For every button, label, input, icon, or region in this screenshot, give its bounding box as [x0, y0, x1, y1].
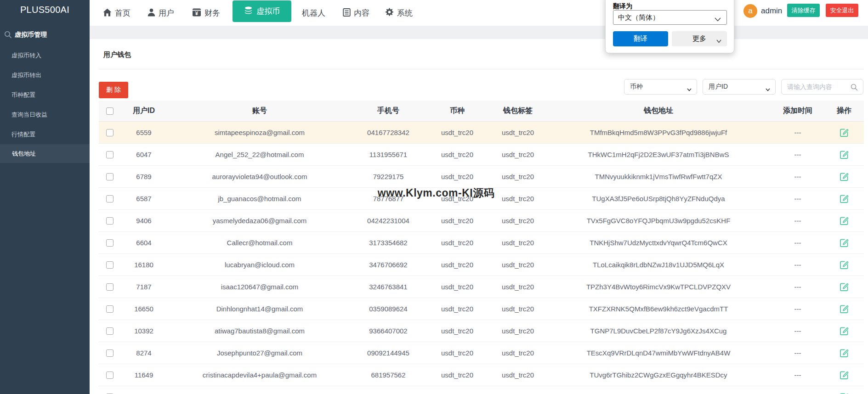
cell-wallet-label: usdt_trc20 — [490, 283, 546, 291]
user-icon — [148, 8, 155, 19]
admin-page: PLUS500AI 虚拟币管理 虚拟币转入虚拟币转出币种配置查询当日收益行情配置… — [0, 0, 868, 394]
nav-item[interactable]: 用户 — [148, 0, 174, 26]
row-checkbox[interactable] — [106, 217, 113, 225]
cell-account: Dinhlongnhat14@gmail.com — [167, 305, 352, 313]
cell-address: TVx5FgGVC8oYFQJPbqmU3w9pgdu52csKHF — [546, 217, 771, 225]
edit-icon[interactable] — [840, 393, 849, 394]
content-icon — [343, 8, 351, 19]
brand-logo: PLUS500AI — [0, 5, 90, 15]
edit-icon[interactable] — [840, 349, 849, 358]
edit-icon[interactable] — [840, 260, 849, 270]
cell-phone: 79229175 — [352, 173, 425, 180]
edit-icon[interactable] — [840, 304, 849, 314]
home-icon — [103, 8, 112, 19]
cell-actions — [824, 194, 864, 203]
cell-actions — [824, 349, 864, 358]
cell-time: --- — [771, 195, 824, 203]
sidebar-section-label: 虚拟币管理 — [15, 31, 47, 39]
table-row: 10392atiwag7bautista8@gmail.com936640700… — [99, 320, 864, 342]
edit-icon[interactable] — [840, 150, 849, 159]
row-checkbox[interactable] — [106, 327, 113, 335]
row-checkbox[interactable] — [106, 129, 113, 136]
chevron-down-icon — [687, 85, 692, 93]
row-checkbox[interactable] — [106, 151, 113, 158]
edit-icon[interactable] — [840, 238, 849, 248]
nav-item-label: 用户 — [159, 8, 174, 18]
nav-item[interactable]: ¥财务 — [192, 0, 220, 26]
watermark-text: www.Klym.com-KI源码 — [378, 186, 494, 200]
cell-actions — [824, 282, 864, 292]
cell-user-id: 6587 — [120, 195, 167, 203]
edit-icon[interactable] — [840, 172, 849, 181]
logout-button[interactable]: 安全退出 — [826, 4, 858, 17]
row-checkbox[interactable] — [106, 283, 113, 291]
cell-coin: usdt_trc20 — [425, 371, 490, 379]
cell-address: TLoLcaikqik8rLdbNZwJ18v1UJD5MQ6LqX — [546, 261, 771, 269]
cell-phone: 04242231004 — [352, 217, 425, 225]
avatar[interactable]: a — [743, 4, 757, 18]
cell-address: TPZh3Y4BvWtoy6RimcVx9KwTPCLDVPZQXV — [546, 283, 771, 291]
sidebar: PLUS500AI 虚拟币管理 虚拟币转入虚拟币转出币种配置查询当日收益行情配置… — [0, 0, 90, 394]
cell-actions — [824, 238, 864, 248]
sidebar-item-link[interactable]: 查询当日收益 — [0, 105, 90, 124]
cell-coin: usdt_trc20 — [425, 349, 490, 357]
cell-wallet-label: usdt_trc20 — [490, 173, 546, 180]
edit-icon[interactable] — [840, 282, 849, 292]
nav-item[interactable]: 机器人 — [302, 0, 325, 26]
cell-user-id: 16180 — [120, 261, 167, 269]
row-checkbox[interactable] — [106, 195, 113, 203]
row-checkbox[interactable] — [106, 371, 113, 379]
cell-phone: 09092144945 — [352, 349, 425, 357]
cell-account: lucabryan@icloud.com — [167, 261, 352, 269]
nav-item[interactable]: 首页 — [103, 0, 130, 26]
sidebar-item-link[interactable]: 币种配置 — [0, 85, 90, 105]
cell-actions — [824, 371, 864, 380]
nav-item-active[interactable]: 虚拟币 — [233, 0, 291, 22]
target-language-select[interactable]: 中文（简体） — [613, 10, 727, 25]
col-account: 账号 — [167, 106, 352, 116]
nav-item[interactable]: 内容 — [343, 0, 369, 26]
delete-button[interactable]: 删 除 — [99, 82, 128, 98]
edit-icon[interactable] — [840, 194, 849, 203]
row-checkbox[interactable] — [106, 261, 113, 269]
row-checkbox-cell — [99, 371, 120, 379]
user-filter-select[interactable]: 用户ID — [703, 79, 776, 95]
row-checkbox[interactable] — [106, 305, 113, 313]
cell-address: TGNP7L9DuvCbeLP2f87cY9Jg6XzJs4XCug — [546, 327, 771, 335]
cell-address: TNKHjShw7UdzMycttxdvYqwrQ4Tcm6QwCX — [546, 239, 771, 247]
edit-icon[interactable] — [840, 216, 849, 225]
sidebar-item-link[interactable]: 虚拟币转入 — [0, 45, 90, 65]
select-all-checkbox[interactable] — [106, 107, 113, 115]
cell-actions — [824, 260, 864, 270]
edit-icon[interactable] — [840, 371, 849, 380]
nav-item[interactable]: 系统 — [385, 0, 413, 26]
cell-wallet-label: usdt_trc20 — [490, 305, 546, 313]
sidebar-item-active[interactable]: 钱包地址 — [0, 144, 90, 163]
more-button[interactable]: 更多 — [672, 31, 727, 46]
col-time: 添加时间 — [771, 106, 824, 116]
cell-account: isaac120647@gmail.com — [167, 283, 352, 291]
cell-phone: 3173354682 — [352, 239, 425, 247]
tab-user-wallet[interactable]: 用户钱包 — [103, 51, 131, 59]
translate-popup: 翻译为 中文（简体） 翻译 更多 — [605, 0, 734, 53]
sidebar-item-link[interactable]: 行情配置 — [0, 124, 90, 144]
translate-button[interactable]: 翻译 — [613, 31, 668, 46]
search-icon[interactable] — [851, 84, 858, 93]
cell-user-id: 7187 — [120, 283, 167, 291]
coin-filter-select[interactable]: 币种 — [624, 79, 697, 95]
clear-cache-button[interactable]: 清除缓存 — [787, 4, 820, 17]
chevron-down-icon — [716, 37, 721, 45]
row-checkbox[interactable] — [106, 173, 113, 180]
edit-icon[interactable] — [840, 326, 849, 336]
row-checkbox-cell — [99, 151, 120, 158]
cell-coin: usdt_trc20 — [425, 261, 490, 269]
edit-icon[interactable] — [840, 128, 849, 137]
row-checkbox-cell — [99, 327, 120, 335]
row-checkbox[interactable] — [106, 239, 113, 247]
table-row: 8274Josephpunto27@gmail.com09092144945us… — [99, 342, 864, 364]
nav-item-label: 内容 — [354, 8, 369, 18]
search-input[interactable] — [787, 79, 849, 94]
coins-icon — [244, 6, 253, 17]
sidebar-item-link[interactable]: 虚拟币转出 — [0, 65, 90, 85]
row-checkbox[interactable] — [106, 349, 113, 357]
